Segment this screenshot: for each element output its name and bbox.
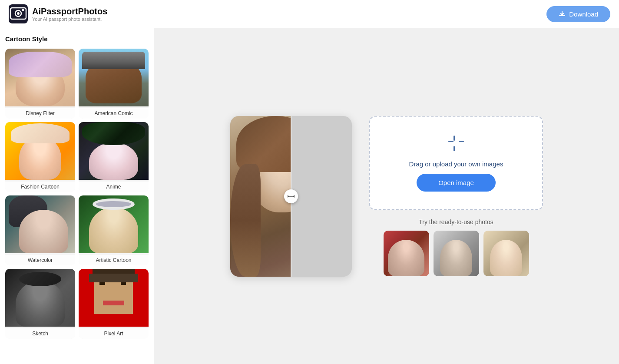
header: AiPassportPhotos Your AI passport photo … (0, 0, 619, 28)
app-subtitle: Your AI passport photo assistant. (32, 17, 107, 22)
svg-rect-9 (459, 141, 464, 142)
ready-photo-1[interactable] (384, 231, 429, 276)
pixel-art-label: Pixel Art (79, 328, 149, 339)
logo-text: AiPassportPhotos Your AI passport photo … (32, 7, 107, 22)
ready-photo-2[interactable] (434, 231, 479, 276)
comparison-handle[interactable] (284, 189, 298, 203)
svg-rect-7 (453, 146, 455, 151)
handle-arrows-icon (287, 194, 295, 199)
svg-rect-8 (448, 141, 453, 142)
fashion-cartoon-label: Fashion Cartoon (5, 182, 75, 192)
upload-panel: Drag or upload your own images Open imag… (369, 116, 543, 276)
logo-area: AiPassportPhotos Your AI passport photo … (9, 4, 107, 23)
anime-label: Anime (79, 182, 149, 192)
comparison-slider[interactable] (230, 116, 352, 277)
style-card-anime[interactable]: Anime (79, 122, 149, 192)
sidebar: Cartoon Style Disney Filter American Com… (0, 28, 154, 364)
ready-use-photos (384, 231, 529, 276)
upload-crosshair-icon (447, 135, 465, 154)
svg-rect-4 (22, 9, 24, 11)
download-button[interactable]: Download (546, 6, 610, 22)
ready-photo-3[interactable] (483, 231, 529, 276)
style-card-disney[interactable]: Disney Filter (5, 49, 75, 119)
drag-upload-text: Drag or upload your own images (409, 160, 503, 168)
ready-use-section: Try the ready-to-use photos (369, 218, 543, 276)
style-card-watercolor[interactable]: Watercolor (5, 195, 75, 265)
app-title: AiPassportPhotos (32, 7, 107, 17)
open-image-button[interactable]: Open image (417, 174, 496, 192)
style-card-fashion-cartoon[interactable]: Fashion Cartoon (5, 122, 75, 192)
style-card-pixel-art[interactable]: Pixel Art (79, 269, 149, 339)
artistic-cartoon-label: Artistic Cartoon (79, 255, 149, 265)
ready-use-label: Try the ready-to-use photos (419, 218, 493, 225)
disney-label: Disney Filter (5, 108, 75, 119)
download-label: Download (569, 10, 598, 18)
style-card-sketch[interactable]: Sketch (5, 269, 75, 339)
sketch-label: Sketch (5, 328, 75, 339)
style-card-american-comic[interactable]: American Comic (79, 49, 149, 119)
svg-point-3 (17, 12, 20, 15)
download-icon (559, 10, 566, 17)
style-grid: Disney Filter American Comic Fashion Car… (5, 49, 149, 339)
style-card-artistic-cartoon[interactable]: Artistic Cartoon (79, 195, 149, 265)
content-area: Drag or upload your own images Open imag… (154, 28, 619, 364)
upload-dropzone[interactable]: Drag or upload your own images Open imag… (369, 116, 543, 210)
logo-icon (9, 4, 28, 23)
watercolor-label: Watercolor (5, 255, 75, 265)
sidebar-title: Cartoon Style (5, 35, 149, 43)
main-layout: Cartoon Style Disney Filter American Com… (0, 28, 619, 364)
american-comic-label: American Comic (79, 108, 149, 119)
svg-rect-6 (453, 136, 455, 141)
